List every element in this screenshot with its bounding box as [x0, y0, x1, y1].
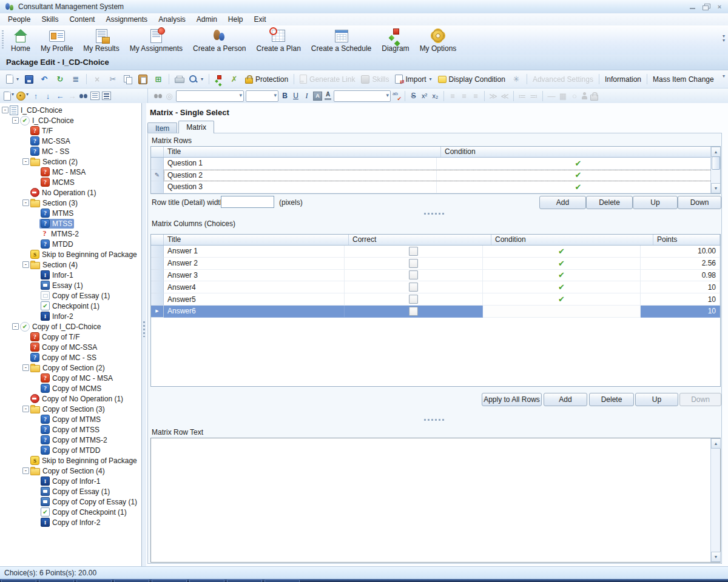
toolbar-overflow-chevron[interactable]: ▾▾ [721, 34, 727, 42]
tree-item-copy-of-no-operation-1[interactable]: Copy of No Operation (1) [0, 393, 141, 404]
import-button[interactable]: Import▾ [393, 73, 434, 85]
tree-item-copy-of-infor-1[interactable]: ICopy of Infor-1 [0, 476, 141, 486]
tree-item-mcms[interactable]: ?MCMS [0, 177, 141, 187]
correct-checkbox[interactable] [409, 307, 418, 316]
format-underline-button[interactable]: U [291, 92, 300, 100]
table-row-question-1[interactable]: Question 1✔ [151, 158, 720, 170]
tree-item-copy-of-section-2[interactable]: -Copy of Section (2) [0, 363, 141, 373]
undo-button[interactable]: ↶ [37, 73, 52, 86]
table-row-answer4[interactable]: Answer4✔10 [151, 281, 720, 293]
tree-item-essay-1[interactable]: Essay (1) [0, 280, 141, 290]
format-italic-button[interactable]: I [302, 92, 311, 101]
save-button[interactable] [22, 73, 36, 85]
print-button[interactable] [172, 74, 186, 85]
tree-item-skip-to-beginning-of-package[interactable]: SSkip to Beginning of Package [0, 455, 141, 466]
diagram-red-button[interactable] [212, 73, 226, 85]
copy-button[interactable] [121, 73, 135, 85]
tree-expander-icon[interactable]: - [22, 261, 29, 268]
my-assignments-button[interactable]: My Assignments [126, 27, 186, 54]
tree-item-mtms-2[interactable]: ?MTMS-2 [0, 229, 141, 239]
table-row-answer-3[interactable]: Answer 3✔0.98 [151, 270, 720, 282]
font-size-combo[interactable] [246, 90, 278, 102]
cut-button[interactable]: ✂ [106, 73, 120, 86]
row-selector-cell[interactable] [151, 258, 164, 270]
tree-item-infor-1[interactable]: IInfor-1 [0, 270, 141, 280]
tree-item-mc-ssa[interactable]: ?MC-SSA [0, 136, 141, 146]
tree-item-i-cd-choice[interactable]: -I_CD-Choice [0, 105, 141, 115]
tree-item-no-operation-1[interactable]: No Operation (1) [0, 187, 141, 198]
diagram-button[interactable]: Diagram [378, 27, 413, 54]
tree-item-copy-of-essay-1[interactable]: Copy of Essay (1) [0, 290, 141, 301]
edit-pencil-icon[interactable]: ✎ [151, 170, 164, 182]
tab-matrix[interactable]: Matrix [178, 121, 214, 133]
tree-item-section-2[interactable]: -Section (2) [0, 156, 141, 167]
tree-item-i-cd-choice[interactable]: -✔I_CD-Choice [0, 115, 141, 125]
view-list-dense-button[interactable] [102, 92, 111, 100]
menu-item-people[interactable]: People [2, 13, 36, 25]
correct-checkbox[interactable] [409, 259, 418, 268]
scroll-up-icon[interactable]: ▲ [711, 438, 721, 449]
correct-checkbox[interactable] [409, 247, 418, 256]
mass-item-change-button[interactable]: Mass Item Change [650, 73, 716, 85]
tree-expander-icon[interactable]: - [22, 364, 29, 371]
tree-item-t-f[interactable]: ?T/F [0, 125, 141, 136]
tree-expander-icon[interactable]: - [22, 158, 29, 165]
format-sup-button[interactable]: x² [420, 92, 429, 99]
scroll-up-icon[interactable]: ▲ [711, 147, 721, 157]
menu-item-admin[interactable]: Admin [191, 13, 223, 25]
tree-item-mtms[interactable]: ?MTMS [0, 208, 141, 218]
my-profile-button[interactable]: My Profile [37, 27, 76, 54]
home-button[interactable]: Home [7, 27, 34, 54]
search-button[interactable]: ▾ [187, 73, 206, 85]
edit-toolbar-overflow-chevron[interactable]: ▾ [721, 74, 727, 78]
tab-item[interactable]: Item [147, 122, 177, 133]
font-name-combo[interactable] [176, 90, 244, 102]
close-button[interactable]: × [716, 4, 723, 10]
tree-item-mtdd[interactable]: ?MTDD [0, 239, 141, 249]
tree-item-mc-ss[interactable]: ?MC - SS [0, 146, 141, 156]
column-header-condition[interactable]: Condition [491, 235, 653, 245]
matrix-row-text-area[interactable]: ▲ ▼ [150, 438, 721, 563]
find-button[interactable] [79, 93, 88, 99]
tree-item-copy-of-mtss[interactable]: ?Copy of MTSS [0, 424, 141, 435]
table-row-question-2[interactable]: ✎Question 2✔ [151, 170, 720, 182]
create-a-person-button[interactable]: Create a Person [189, 27, 249, 54]
menu-item-analysis[interactable]: Analysis [153, 13, 191, 25]
my-options-button[interactable]: My Options [416, 27, 460, 54]
correct-checkbox[interactable] [409, 283, 418, 292]
matrix-rows-scrollbar[interactable]: ▲▼ [710, 147, 720, 193]
row-selector-cell[interactable] [151, 181, 164, 193]
create-a-plan-button[interactable]: Create a Plan [252, 27, 304, 54]
format-bold-button[interactable]: B [280, 92, 289, 100]
snowflake-button[interactable]: ✳ [509, 73, 524, 86]
display-condition-button[interactable]: Display Condition [436, 73, 508, 85]
font-box-button[interactable] [313, 92, 322, 101]
tree-item-mtss[interactable]: ?MTSS [0, 218, 141, 229]
green-x-button[interactable]: ✗ [227, 73, 241, 86]
arrow-up-button[interactable]: ↑ [31, 91, 41, 101]
tree-item-copy-of-mtms-2[interactable]: ?Copy of MTMS-2 [0, 435, 141, 445]
table-row-answer6[interactable]: ▶Answer610 [151, 306, 720, 318]
tree-item-copy-of-checkpoint-1[interactable]: ✔Copy of Checkpoint (1) [0, 507, 141, 517]
tree-item-skip-to-beginning-of-package[interactable]: SSkip to Beginning of Package [0, 249, 141, 259]
arrow-left-button[interactable]: ← [55, 91, 65, 101]
delete-button[interactable]: Delete [586, 196, 633, 209]
tree-item-copy-of-mcms[interactable]: ?Copy of MCMS [0, 383, 141, 393]
tree-expander-icon[interactable]: - [22, 199, 29, 206]
publish-wheel-button[interactable]: ▾ [16, 92, 29, 101]
menu-item-help[interactable]: Help [223, 13, 249, 25]
menu-item-content[interactable]: Content [64, 13, 100, 25]
view-list-button[interactable] [90, 92, 99, 100]
row-selector-cell[interactable] [151, 270, 164, 282]
tree-expander-icon[interactable]: - [12, 117, 19, 124]
row-title-width-input[interactable] [221, 196, 274, 208]
tree-expander-icon[interactable]: - [22, 406, 29, 412]
row-selector-cell[interactable] [151, 281, 164, 293]
new-document-button[interactable]: ▾ [4, 92, 14, 101]
format-strike-button[interactable]: S [409, 92, 418, 100]
restore-button[interactable] [703, 4, 710, 10]
tree-item-copy-of-mtms[interactable]: ?Copy of MTMS [0, 414, 141, 424]
menu-item-skills[interactable]: Skills [36, 13, 64, 25]
table-row-answer5[interactable]: Answer5✔10 [151, 293, 720, 306]
table-row-answer-1[interactable]: Answer 1✔10.00 [151, 246, 720, 258]
